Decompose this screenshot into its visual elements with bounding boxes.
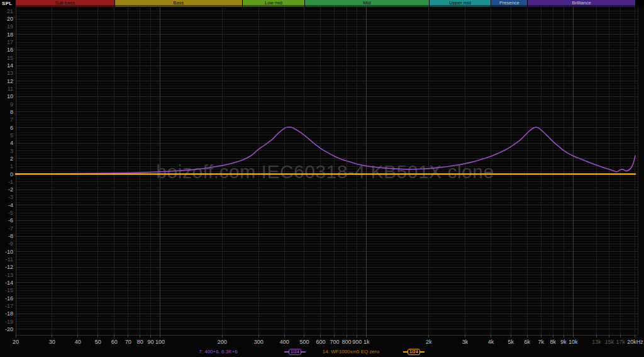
x-axis-label: 9k (560, 339, 567, 345)
y-axis-label: 12 (7, 78, 13, 84)
x-axis-label: 90 (147, 339, 153, 345)
y-axis-label: -11 (6, 256, 13, 263)
y-axis-label: -16 (5, 295, 13, 302)
x-axis-label: 7k (538, 339, 545, 345)
x-axis-label: 20kHz (627, 339, 643, 345)
y-axis-label: -5 (8, 210, 13, 216)
x-axis-label: 700 (330, 339, 339, 345)
x-axis-label: 17k (616, 339, 626, 345)
y-axis-label: -1 (8, 179, 13, 185)
x-axis-label: 800 (341, 339, 351, 345)
y-axis-label: -12 (5, 264, 13, 270)
y-axis-label: 0 (10, 171, 13, 178)
x-axis-label: 500 (299, 339, 309, 345)
y-axis-label: 5 (10, 132, 13, 139)
y-axis-label: -3 (8, 194, 13, 200)
y-axis-label: 21 (7, 8, 13, 14)
watermark: boizoff.com IEC60318-4 KB501X clone (156, 161, 494, 182)
x-axis-label: 400 (280, 339, 289, 345)
x-axis-label: 50 (95, 339, 101, 345)
y-axis-label: 6 (10, 125, 13, 131)
x-axis-label: 300 (254, 339, 264, 345)
y-axis-label: -6 (8, 217, 13, 224)
y-axis-label: 1 (10, 163, 13, 169)
y-axis-label: -9 (8, 241, 13, 247)
x-axis-label: 4k (488, 339, 494, 345)
x-axis-label: 6k (525, 339, 531, 345)
spl-measurement-app: Sub bassBassLow midMidUpper midPresenceB… (0, 0, 644, 357)
smoothing-value: 1/24 (408, 349, 420, 355)
y-axis-label: -15 (5, 287, 13, 293)
x-axis-label: 100 (155, 339, 165, 345)
trace-line-sample (284, 351, 289, 353)
x-axis-label: 80 (137, 339, 143, 345)
y-axis-label: 2 (10, 156, 13, 162)
x-axis-label: 600 (316, 339, 325, 345)
x-axis-label: 1k (364, 339, 370, 345)
x-axis-label: 70 (125, 339, 131, 345)
y-axis-label: -20 (5, 326, 13, 332)
y-axis-label: 16 (7, 47, 13, 53)
y-axis-label: 19 (7, 23, 13, 30)
trace-line-sample (420, 351, 425, 353)
y-axis-label: 15 (7, 55, 13, 61)
y-axis-label: 17 (7, 39, 13, 45)
x-axis-label: 10k (569, 339, 578, 345)
y-axis-label: -17 (5, 303, 13, 309)
x-axis-label: 5k (508, 339, 514, 345)
y-axis-label: 10 (7, 93, 13, 99)
x-axis-label: 30 (49, 339, 55, 345)
x-axis-label: 20 (13, 339, 19, 345)
x-axis-label: 900 (352, 339, 362, 345)
x-axis-label: 15k (605, 339, 614, 345)
y-axis-label: -4 (8, 202, 13, 208)
y-axis-label: -18 (5, 310, 13, 317)
x-axis-label: 2k (426, 339, 432, 345)
y-axis-label: -10 (5, 249, 13, 255)
y-axis-label: -14 (5, 280, 13, 286)
y-axis-label: 8 (10, 109, 13, 115)
y-axis-label: -13 (5, 272, 13, 278)
smoothing-badge-trace-14[interactable]: 1/24 (403, 348, 425, 355)
x-axis-label: 60 (111, 339, 118, 345)
x-axis-label: 200 (218, 339, 227, 345)
legend-label-trace-7[interactable]: 7: 400+6, 6.3K+6 (171, 348, 265, 355)
legend-bar: 7: 400+6, 6.3K+6 1/24 14: WF1000xm5 EQ z… (0, 348, 644, 356)
y-axis-label: 13 (7, 70, 13, 76)
y-axis-label: 7 (10, 116, 13, 123)
y-axis-label: 4 (10, 140, 13, 146)
y-axis-label: -7 (8, 225, 13, 232)
y-axis-label: 14 (7, 62, 13, 69)
trace-line-sample (403, 351, 408, 353)
legend-label-trace-14[interactable]: 14: WF1000xm5 EQ zero (304, 348, 398, 355)
y-axis-label: 9 (10, 101, 13, 108)
x-axis-label: 3k (462, 339, 469, 345)
x-axis-label: 40 (75, 339, 81, 345)
y-axis-label: -19 (5, 319, 13, 325)
y-axis-label: 20 (7, 16, 13, 22)
y-axis-label: -8 (8, 233, 13, 239)
y-axis-label: -2 (8, 186, 13, 193)
x-axis-label: 13k (592, 339, 601, 345)
frequency-response-chart: boizoff.com IEC60318-4 KB501X clone-20-1… (0, 0, 644, 357)
y-axis-label: 3 (10, 148, 13, 154)
x-axis-label: 8k (550, 339, 557, 345)
y-axis-label: 18 (7, 31, 13, 38)
smoothing-badge-trace-7[interactable]: 1/24 (284, 348, 306, 355)
smoothing-value: 1/24 (289, 349, 301, 355)
y-axis-label: 11 (8, 86, 13, 92)
